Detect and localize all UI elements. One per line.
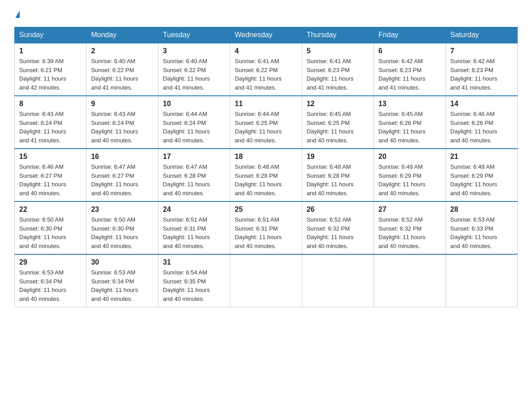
calendar-cell: 30 Sunrise: 6:53 AM Sunset: 6:34 PM Dayl… bbox=[86, 254, 158, 307]
day-number: 1 bbox=[19, 47, 82, 55]
day-number: 23 bbox=[91, 206, 153, 214]
day-info: Sunrise: 6:43 AM Sunset: 6:24 PM Dayligh… bbox=[19, 110, 82, 145]
day-number: 3 bbox=[163, 47, 225, 55]
day-info: Sunrise: 6:53 AM Sunset: 6:34 PM Dayligh… bbox=[19, 268, 82, 303]
logo bbox=[14, 11, 20, 18]
calendar-cell: 6 Sunrise: 6:42 AM Sunset: 6:23 PM Dayli… bbox=[374, 43, 446, 96]
calendar-cell: 4 Sunrise: 6:41 AM Sunset: 6:22 PM Dayli… bbox=[230, 43, 302, 96]
day-info: Sunrise: 6:53 AM Sunset: 6:33 PM Dayligh… bbox=[450, 215, 513, 250]
col-header-monday: Monday bbox=[86, 27, 158, 43]
col-header-wednesday: Wednesday bbox=[230, 27, 302, 43]
page-header bbox=[14, 11, 518, 18]
calendar-cell: 17 Sunrise: 6:47 AM Sunset: 6:28 PM Dayl… bbox=[158, 149, 230, 201]
day-number: 30 bbox=[91, 258, 153, 266]
day-number: 6 bbox=[378, 47, 441, 55]
calendar-cell: 18 Sunrise: 6:48 AM Sunset: 6:28 PM Dayl… bbox=[230, 149, 302, 201]
logo-triangle-icon bbox=[15, 11, 20, 18]
day-number: 22 bbox=[19, 206, 82, 214]
calendar-cell: 25 Sunrise: 6:51 AM Sunset: 6:31 PM Dayl… bbox=[230, 201, 302, 254]
calendar-cell: 22 Sunrise: 6:50 AM Sunset: 6:30 PM Dayl… bbox=[15, 201, 86, 254]
calendar-cell: 19 Sunrise: 6:48 AM Sunset: 6:28 PM Dayl… bbox=[302, 149, 373, 201]
day-info: Sunrise: 6:44 AM Sunset: 6:25 PM Dayligh… bbox=[235, 110, 297, 145]
col-header-thursday: Thursday bbox=[302, 27, 373, 43]
day-info: Sunrise: 6:50 AM Sunset: 6:30 PM Dayligh… bbox=[19, 215, 82, 250]
day-info: Sunrise: 6:51 AM Sunset: 6:31 PM Dayligh… bbox=[163, 215, 225, 250]
calendar-cell: 27 Sunrise: 6:52 AM Sunset: 6:32 PM Dayl… bbox=[374, 201, 446, 254]
calendar-cell: 21 Sunrise: 6:49 AM Sunset: 6:29 PM Dayl… bbox=[446, 149, 517, 201]
day-number: 5 bbox=[307, 47, 369, 55]
day-info: Sunrise: 6:39 AM Sunset: 6:21 PM Dayligh… bbox=[19, 57, 82, 92]
day-info: Sunrise: 6:45 AM Sunset: 6:25 PM Dayligh… bbox=[307, 110, 369, 145]
day-number: 17 bbox=[163, 153, 225, 161]
day-number: 24 bbox=[163, 206, 225, 214]
calendar-cell: 7 Sunrise: 6:42 AM Sunset: 6:23 PM Dayli… bbox=[446, 43, 517, 96]
day-number: 13 bbox=[378, 100, 441, 108]
calendar-cell: 8 Sunrise: 6:43 AM Sunset: 6:24 PM Dayli… bbox=[15, 96, 86, 149]
day-info: Sunrise: 6:51 AM Sunset: 6:31 PM Dayligh… bbox=[235, 215, 297, 250]
day-number: 19 bbox=[307, 153, 369, 161]
day-info: Sunrise: 6:42 AM Sunset: 6:23 PM Dayligh… bbox=[378, 57, 441, 92]
day-number: 16 bbox=[91, 153, 153, 161]
calendar-cell: 31 Sunrise: 6:54 AM Sunset: 6:35 PM Dayl… bbox=[158, 254, 230, 307]
day-number: 28 bbox=[450, 206, 513, 214]
col-header-sunday: Sunday bbox=[15, 27, 86, 43]
col-header-tuesday: Tuesday bbox=[158, 27, 230, 43]
day-number: 29 bbox=[19, 258, 82, 266]
day-number: 7 bbox=[450, 47, 513, 55]
day-info: Sunrise: 6:50 AM Sunset: 6:30 PM Dayligh… bbox=[91, 215, 153, 250]
day-info: Sunrise: 6:52 AM Sunset: 6:32 PM Dayligh… bbox=[378, 215, 441, 250]
day-number: 2 bbox=[91, 47, 153, 55]
day-info: Sunrise: 6:48 AM Sunset: 6:28 PM Dayligh… bbox=[307, 163, 369, 197]
calendar-cell: 29 Sunrise: 6:53 AM Sunset: 6:34 PM Dayl… bbox=[15, 254, 86, 307]
calendar-cell: 5 Sunrise: 6:41 AM Sunset: 6:23 PM Dayli… bbox=[302, 43, 373, 96]
week-row-3: 15 Sunrise: 6:46 AM Sunset: 6:27 PM Dayl… bbox=[15, 149, 518, 201]
day-info: Sunrise: 6:47 AM Sunset: 6:27 PM Dayligh… bbox=[91, 163, 153, 197]
day-number: 27 bbox=[378, 206, 441, 214]
calendar-cell: 28 Sunrise: 6:53 AM Sunset: 6:33 PM Dayl… bbox=[446, 201, 517, 254]
week-row-5: 29 Sunrise: 6:53 AM Sunset: 6:34 PM Dayl… bbox=[15, 254, 518, 307]
calendar-cell bbox=[446, 254, 517, 307]
day-info: Sunrise: 6:53 AM Sunset: 6:34 PM Dayligh… bbox=[91, 268, 153, 303]
day-number: 31 bbox=[163, 258, 225, 266]
calendar-cell: 16 Sunrise: 6:47 AM Sunset: 6:27 PM Dayl… bbox=[86, 149, 158, 201]
day-info: Sunrise: 6:52 AM Sunset: 6:32 PM Dayligh… bbox=[307, 215, 369, 250]
day-number: 10 bbox=[163, 100, 225, 108]
calendar-cell: 23 Sunrise: 6:50 AM Sunset: 6:30 PM Dayl… bbox=[86, 201, 158, 254]
day-info: Sunrise: 6:46 AM Sunset: 6:27 PM Dayligh… bbox=[19, 163, 82, 197]
day-number: 8 bbox=[19, 100, 82, 108]
calendar-cell: 26 Sunrise: 6:52 AM Sunset: 6:32 PM Dayl… bbox=[302, 201, 373, 254]
calendar-cell: 20 Sunrise: 6:49 AM Sunset: 6:29 PM Dayl… bbox=[374, 149, 446, 201]
day-info: Sunrise: 6:49 AM Sunset: 6:29 PM Dayligh… bbox=[378, 163, 441, 197]
day-number: 18 bbox=[235, 153, 297, 161]
day-info: Sunrise: 6:49 AM Sunset: 6:29 PM Dayligh… bbox=[450, 163, 513, 197]
day-number: 15 bbox=[19, 153, 82, 161]
calendar-cell: 24 Sunrise: 6:51 AM Sunset: 6:31 PM Dayl… bbox=[158, 201, 230, 254]
day-number: 21 bbox=[450, 153, 513, 161]
day-number: 25 bbox=[235, 206, 297, 214]
day-info: Sunrise: 6:40 AM Sunset: 6:22 PM Dayligh… bbox=[163, 57, 225, 92]
day-info: Sunrise: 6:44 AM Sunset: 6:24 PM Dayligh… bbox=[163, 110, 225, 145]
col-header-saturday: Saturday bbox=[446, 27, 517, 43]
day-info: Sunrise: 6:48 AM Sunset: 6:28 PM Dayligh… bbox=[235, 163, 297, 197]
day-info: Sunrise: 6:45 AM Sunset: 6:26 PM Dayligh… bbox=[378, 110, 441, 145]
day-info: Sunrise: 6:40 AM Sunset: 6:22 PM Dayligh… bbox=[91, 57, 153, 92]
day-info: Sunrise: 6:42 AM Sunset: 6:23 PM Dayligh… bbox=[450, 57, 513, 92]
calendar-cell: 13 Sunrise: 6:45 AM Sunset: 6:26 PM Dayl… bbox=[374, 96, 446, 149]
week-row-1: 1 Sunrise: 6:39 AM Sunset: 6:21 PM Dayli… bbox=[15, 43, 518, 96]
day-info: Sunrise: 6:41 AM Sunset: 6:23 PM Dayligh… bbox=[307, 57, 369, 92]
header-row: SundayMondayTuesdayWednesdayThursdayFrid… bbox=[15, 27, 518, 43]
calendar-cell: 12 Sunrise: 6:45 AM Sunset: 6:25 PM Dayl… bbox=[302, 96, 373, 149]
day-number: 9 bbox=[91, 100, 153, 108]
calendar-cell bbox=[374, 254, 446, 307]
day-info: Sunrise: 6:54 AM Sunset: 6:35 PM Dayligh… bbox=[163, 268, 225, 303]
day-info: Sunrise: 6:46 AM Sunset: 6:26 PM Dayligh… bbox=[450, 110, 513, 145]
week-row-4: 22 Sunrise: 6:50 AM Sunset: 6:30 PM Dayl… bbox=[15, 201, 518, 254]
calendar-cell: 14 Sunrise: 6:46 AM Sunset: 6:26 PM Dayl… bbox=[446, 96, 517, 149]
day-number: 12 bbox=[307, 100, 369, 108]
calendar-cell: 3 Sunrise: 6:40 AM Sunset: 6:22 PM Dayli… bbox=[158, 43, 230, 96]
week-row-2: 8 Sunrise: 6:43 AM Sunset: 6:24 PM Dayli… bbox=[15, 96, 518, 149]
day-number: 20 bbox=[378, 153, 441, 161]
day-info: Sunrise: 6:41 AM Sunset: 6:22 PM Dayligh… bbox=[235, 57, 297, 92]
calendar-cell: 1 Sunrise: 6:39 AM Sunset: 6:21 PM Dayli… bbox=[15, 43, 86, 96]
calendar-cell bbox=[230, 254, 302, 307]
